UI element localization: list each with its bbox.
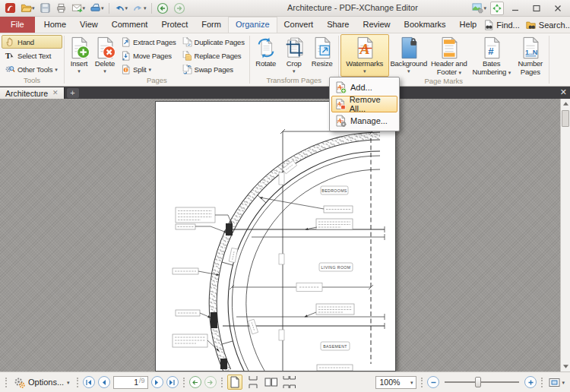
dropdown-arrow: ▾ <box>410 380 413 385</box>
move-pages-button[interactable]: Move Pages <box>118 49 179 62</box>
replace-pages-button[interactable]: Replace Pages <box>179 49 248 62</box>
zoom-slider-handle[interactable] <box>475 377 481 387</box>
tab-form[interactable]: Form <box>195 17 228 33</box>
crop-button[interactable]: Crop▾ <box>280 34 308 76</box>
forward-button[interactable] <box>171 1 188 16</box>
previous-view-button[interactable] <box>189 376 201 388</box>
open-folder-icon <box>21 2 32 14</box>
select-text-button[interactable]: TSelect Text <box>2 49 62 62</box>
pdf-page[interactable]: BEDROOMS LIVING ROOM BASEMENT <box>156 102 395 371</box>
other-tools-button[interactable]: Other Tools▾ <box>2 62 62 76</box>
layout-two-pages-continuous-button[interactable] <box>282 375 297 390</box>
grip <box>221 378 223 387</box>
split-button[interactable]: Split▾ <box>118 62 179 76</box>
new-tab-button[interactable]: + <box>67 88 79 98</box>
background-label: Background <box>390 60 427 68</box>
options-button[interactable]: Options...▾ <box>11 375 72 390</box>
menu-item-add-watermark[interactable]: A Add... <box>331 79 397 96</box>
resize-icon <box>311 36 334 59</box>
minimize-icon <box>511 5 519 12</box>
undo-button[interactable]: ▾ <box>112 1 131 15</box>
document-canvas[interactable]: BEDROOMS LIVING ROOM BASEMENT <box>0 99 570 371</box>
tab-share[interactable]: Share <box>320 17 356 33</box>
tab-organize[interactable]: Organize <box>228 17 277 33</box>
total-pages-value: /9 <box>139 377 145 384</box>
fullscreen-mode-button[interactable] <box>490 2 504 15</box>
tab-close-icon[interactable]: ✕ <box>52 90 59 96</box>
scan-button[interactable]: ▾ <box>87 1 106 15</box>
next-view-button[interactable] <box>204 376 217 388</box>
tab-view[interactable]: View <box>73 17 105 33</box>
vertical-scrollbar[interactable] <box>560 99 570 371</box>
next-page-button[interactable] <box>151 376 163 388</box>
redo-button[interactable]: ▾ <box>130 1 149 15</box>
layout-two-pages-button[interactable] <box>264 375 279 390</box>
background-button[interactable]: Background▾ <box>389 34 429 77</box>
two-pages-continuous-icon <box>283 376 296 388</box>
search-icon <box>525 20 537 30</box>
close-button[interactable] <box>548 2 568 15</box>
header-and-footer-button[interactable]: Header and Footer ▾ <box>429 34 470 77</box>
search-button[interactable]: Search... <box>525 20 570 30</box>
room-label-basement: BASEMENT <box>323 344 347 349</box>
zoom-in-button[interactable] <box>524 376 537 388</box>
insert-page-icon <box>68 36 90 59</box>
menu-item-remove-all-watermarks[interactable]: A Remove All... <box>331 96 397 112</box>
last-page-button[interactable] <box>166 376 179 388</box>
tab-help[interactable]: Help <box>453 17 484 33</box>
zoom-level-select[interactable]: 100%▾ <box>375 376 416 389</box>
email-button[interactable]: ▾ <box>69 1 88 15</box>
open-file-button[interactable]: ▾ <box>18 1 37 15</box>
tab-home[interactable]: Home <box>37 17 73 33</box>
separator <box>109 3 109 14</box>
zoom-slider[interactable] <box>445 381 519 383</box>
swap-pages-button[interactable]: Swap Pages <box>179 62 248 76</box>
scroll-down-button[interactable] <box>561 362 570 371</box>
page-number-input[interactable]: 1/9 <box>113 376 148 389</box>
save-button[interactable] <box>37 1 53 15</box>
resize-button[interactable]: Resize <box>308 34 337 76</box>
hand-tool-button[interactable]: Hand <box>2 35 62 49</box>
back-button[interactable] <box>154 1 171 16</box>
duplicate-pages-button[interactable]: Duplicate Pages <box>179 35 248 49</box>
first-page-button[interactable] <box>83 376 95 388</box>
menu-item-manage-watermarks[interactable]: A Manage... <box>331 112 397 129</box>
find-button[interactable]: Find... <box>483 20 520 30</box>
tab-review[interactable]: Review <box>356 17 397 33</box>
extract-pages-icon <box>121 37 131 47</box>
rotate-label: Rotate <box>255 60 276 68</box>
tab-bookmarks[interactable]: Bookmarks <box>397 17 453 33</box>
scroll-up-button[interactable] <box>561 99 570 109</box>
watermark-add-icon: A <box>334 81 347 93</box>
dropdown-arrow: ▾ <box>32 5 35 11</box>
fit-page-button[interactable]: ▾ <box>547 377 566 388</box>
tab-convert[interactable]: Convert <box>277 17 321 33</box>
zoom-out-button[interactable] <box>427 376 439 388</box>
minimize-button[interactable] <box>505 2 525 15</box>
tab-comment[interactable]: Comment <box>105 17 155 33</box>
print-button[interactable] <box>53 1 69 15</box>
delete-pages-button[interactable]: Delete▾ <box>92 34 118 76</box>
tab-file[interactable]: File <box>0 17 35 33</box>
resize-label: Resize <box>312 60 333 68</box>
watermark-remove-icon: A <box>334 98 346 110</box>
scrollbar-thumb[interactable] <box>562 110 569 127</box>
layout-single-page-button[interactable] <box>227 375 242 390</box>
bates-numbering-button[interactable]: # Bates Numbering ▾ <box>470 34 514 77</box>
maximize-button[interactable] <box>527 2 546 15</box>
previous-view-icon <box>192 379 198 386</box>
rotate-button[interactable]: Rotate <box>252 34 280 76</box>
close-document-icon[interactable]: ✕ <box>560 88 567 96</box>
insert-pages-button[interactable]: Insert▾ <box>66 34 92 76</box>
previous-page-button[interactable] <box>98 376 110 388</box>
dropdown-arrow: ▾ <box>363 68 366 74</box>
number-pages-button[interactable]: 1..N Number Pages <box>514 34 547 77</box>
tab-protect[interactable]: Protect <box>154 17 195 33</box>
session-restore-button[interactable]: ▾ <box>470 1 489 15</box>
watermark-icon: A <box>353 36 376 59</box>
document-tab-architecture[interactable]: Architecture ✕ <box>0 87 65 99</box>
watermarks-button[interactable]: A Watermarks▾ <box>340 34 389 77</box>
extract-pages-button[interactable]: Extract Pages <box>118 35 179 49</box>
add-watermark-label: Add... <box>350 83 372 92</box>
layout-continuous-button[interactable] <box>245 375 261 390</box>
